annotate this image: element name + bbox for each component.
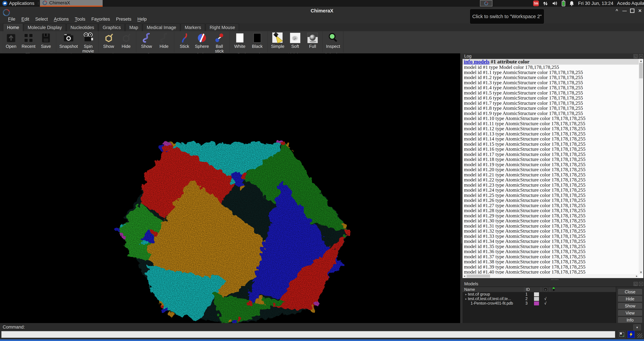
model-color-swatch[interactable] — [534, 297, 539, 301]
titlebar[interactable]: ChimeraX ^ — ✕ — [0, 7, 644, 15]
expander-icon[interactable]: ▸ — [464, 292, 468, 296]
show-button[interactable]: Show — [102, 32, 116, 52]
open-button[interactable]: Open — [4, 32, 18, 52]
log-horizontal-scrollbar[interactable]: ◂ ▸ — [462, 274, 639, 278]
menu-select[interactable]: Select — [32, 16, 51, 23]
log-content[interactable]: info models #1 attribute color model id … — [462, 59, 639, 274]
tab-right-mouse[interactable]: Right Mouse — [206, 24, 239, 31]
fast-mode-button[interactable] — [628, 331, 635, 338]
expander-icon[interactable]: ▸ — [464, 297, 468, 301]
tab-home[interactable]: Home — [3, 23, 23, 31]
workspace-switcher[interactable] — [480, 0, 492, 6]
info-models-link[interactable]: info models — [464, 59, 489, 65]
soft-button[interactable]: Soft — [288, 32, 302, 52]
column-name[interactable]: Name — [462, 287, 524, 292]
vertical-splitter[interactable] — [460, 53, 462, 323]
model-shown-checkbox[interactable]: √ — [541, 296, 550, 301]
graphics-viewport[interactable] — [0, 53, 460, 323]
menu-tools[interactable]: Tools — [72, 16, 88, 23]
snapshot-button[interactable]: Snapshot — [59, 32, 78, 53]
spin-movie-icon — [82, 32, 94, 44]
models-panel-header[interactable]: Models ◱ × — [462, 281, 644, 287]
panel-close-icon[interactable]: × — [639, 54, 643, 58]
white-button[interactable]: White — [233, 32, 247, 52]
save-button[interactable]: Save — [39, 32, 53, 52]
taskbar-window-button[interactable]: ChimeraX — [40, 0, 103, 7]
messenger-badge-icon[interactable]: !m — [533, 1, 539, 6]
scroll-left-icon[interactable]: ◂ — [462, 274, 466, 278]
ball-stick-button[interactable]: Ball stick — [212, 32, 226, 53]
scroll-down-icon[interactable]: ▾ — [639, 270, 643, 274]
applications-menu-button[interactable]: Applications — [0, 0, 37, 7]
close-model-button[interactable]: Close — [618, 289, 642, 295]
model-row[interactable]: 1-Penton-crov401-fit.pdb3√ — [462, 301, 616, 305]
hscroll-thumb[interactable] — [466, 274, 490, 277]
menu-presets[interactable]: Presets — [113, 16, 134, 23]
model-color-swatch[interactable] — [534, 292, 539, 296]
bell-icon[interactable] — [569, 1, 574, 6]
column-id[interactable]: ID — [524, 287, 532, 292]
vscroll-thumb[interactable] — [639, 63, 643, 78]
close-icon[interactable]: ✕ — [637, 8, 643, 14]
minimize-icon[interactable]: — — [622, 8, 627, 14]
soft-lighting-icon — [289, 32, 301, 44]
menu-favorites[interactable]: Favorites — [88, 16, 113, 23]
menu-edit[interactable]: Edit — [18, 16, 32, 23]
menu-help[interactable]: Help — [134, 16, 150, 23]
undock-icon[interactable]: ◱ — [634, 54, 638, 58]
simple-button[interactable]: Simple — [271, 32, 285, 52]
shade-icon[interactable]: ^ — [614, 8, 620, 14]
model-row[interactable]: ▸test.cif,test.cif,test.cif,te...2√ — [462, 296, 616, 301]
show-button[interactable]: Show — [140, 32, 154, 52]
undock-icon[interactable]: ◱ — [634, 282, 638, 286]
view-model-button[interactable]: View — [618, 310, 642, 316]
menu-actions[interactable]: Actions — [51, 16, 72, 23]
horizontal-splitter[interactable] — [462, 278, 644, 281]
inspect-button[interactable]: Inspect — [326, 32, 340, 52]
log-panel[interactable]: info models #1 attribute color model id … — [462, 59, 643, 278]
network-arrows-icon[interactable] — [542, 1, 548, 6]
model-color-swatch[interactable] — [534, 301, 539, 305]
tab-nucleotides[interactable]: Nucleotides — [66, 24, 98, 31]
scroll-right-icon[interactable]: ▸ — [635, 274, 639, 278]
black-button[interactable]: Black — [250, 32, 264, 52]
workspace-tooltip: Click to switch to "Workspace 2" — [470, 9, 544, 24]
sphere-button[interactable]: Sphere — [195, 32, 209, 53]
hide-model-button[interactable]: Hide — [618, 296, 642, 302]
hide-button[interactable]: Hide — [119, 32, 133, 52]
maximize-icon[interactable] — [630, 8, 635, 14]
models-table[interactable]: Name ID o ▸test.cif group1▸test.cif,test… — [462, 287, 616, 323]
panel-close-icon[interactable]: × — [639, 282, 643, 286]
log-panel-header[interactable]: Log ◱ × — [462, 53, 644, 59]
toolbar-button-label: Spin movie — [82, 44, 94, 53]
toolbar-button-label: Inspect — [326, 44, 340, 49]
command-input[interactable] — [1, 331, 615, 338]
spin-movie-button[interactable]: Spin movie — [81, 32, 95, 53]
recent-button[interactable]: Recent — [22, 32, 36, 52]
models-table-header[interactable]: Name ID o — [462, 287, 616, 292]
resize-grip-icon[interactable] — [637, 333, 642, 338]
info-model-button[interactable]: Info — [618, 317, 642, 323]
selection-mode-button[interactable] — [618, 331, 626, 338]
model-shown-checkbox[interactable]: √ — [541, 301, 550, 305]
scroll-up-icon[interactable]: ▴ — [639, 59, 643, 63]
tab-molecule-display[interactable]: Molecule Display — [24, 24, 66, 31]
tab-medical-image[interactable]: Medical Image — [143, 24, 180, 31]
clock[interactable]: Fri 30 Jun, 13:24 — [578, 1, 613, 6]
hide-button[interactable]: Hide — [157, 32, 171, 52]
tab-map[interactable]: Map — [125, 24, 142, 31]
column-selected[interactable] — [550, 287, 616, 292]
tab-graphics[interactable]: Graphics — [98, 24, 125, 31]
tab-markers[interactable]: Markers — [180, 24, 205, 31]
battery-icon[interactable] — [562, 0, 565, 6]
stick-button[interactable]: Stick — [178, 32, 192, 53]
model-row[interactable]: ▸test.cif group1 — [462, 292, 616, 296]
command-history-dropdown[interactable]: ▾ — [633, 324, 641, 330]
column-shown[interactable]: o — [541, 287, 550, 292]
volume-icon[interactable] — [552, 1, 558, 6]
full-button[interactable]: Full — [306, 32, 320, 52]
toolbar-button-label: Soft — [291, 44, 299, 49]
user-menu[interactable]: Acedo Aquilar — [617, 1, 644, 6]
show-model-button[interactable]: Show — [618, 303, 642, 309]
log-vertical-scrollbar[interactable]: ▴ ▾ — [639, 59, 643, 274]
